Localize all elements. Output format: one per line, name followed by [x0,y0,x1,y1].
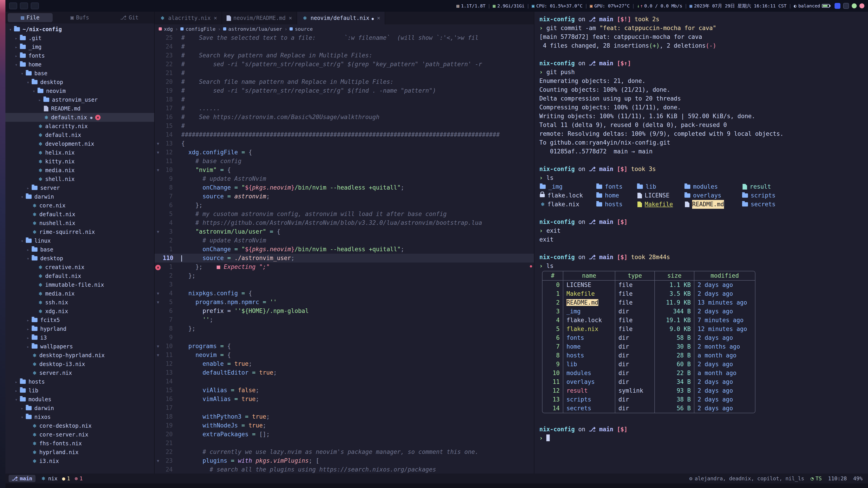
code-line[interactable]: 25# Save the selected text to a file: `:… [155,33,534,42]
chevron-down-icon[interactable] [13,62,20,67]
tree-item[interactable]: fcitx5 [5,316,154,324]
tree-item[interactable]: astronvim_user [5,95,154,104]
code-line[interactable]: 24# [155,42,534,51]
close-tab-button[interactable]: × [214,15,217,21]
editor-tab[interactable]: neovim/README.md× [222,12,297,24]
tree-item[interactable]: i3 [5,333,154,342]
tree-item[interactable]: ssh.nix [5,298,154,307]
chevron-down-icon[interactable] [19,194,25,199]
tree-item[interactable]: darwin [5,404,154,413]
chevron-right-icon[interactable] [25,335,31,340]
close-tab-button[interactable]: × [289,15,292,21]
code-line[interactable]: 16# See https://astronvim.com/Basic%20Us… [155,113,534,122]
diagnostic-hint-count[interactable]: 1 [62,476,70,482]
tree-item[interactable]: server [5,184,154,192]
code-line[interactable]: 19# sed -ri "s/pattern_str/replace_str/g… [155,86,534,95]
tree-item[interactable]: base [5,69,154,78]
tree-item[interactable]: linux [5,236,154,245]
chevron-right-icon[interactable] [25,344,31,349]
file-explorer-panel[interactable]: FileBufsGit ~/nix-config.git_imgfontshom… [5,12,155,474]
code-line[interactable]: 8 onChange = "${pkgs.neovim}/bin/nvim --… [155,183,534,192]
tree-item[interactable]: .git [5,34,154,42]
code-line[interactable]: 4 # https://github.com/AstroNvim/AstroNv… [155,219,534,227]
chevron-right-icon[interactable] [13,36,20,41]
fold-chevron-icon[interactable] [155,342,161,351]
tree-item[interactable]: alacritty.nix [5,122,154,131]
tree-item[interactable]: README.md [5,104,154,113]
code-line[interactable]: 6 }; [155,201,534,210]
chevron-right-icon[interactable] [25,326,31,331]
code-line[interactable]: 17 [155,403,534,412]
tree-item[interactable]: base [5,245,154,254]
tree-item[interactable]: immutable-file.nix [5,281,154,289]
code-line[interactable]: 19 withNodeJs = true; [155,421,534,430]
chevron-down-icon[interactable] [19,238,25,243]
code-line[interactable]: 8 }; [155,324,534,333]
tree-item[interactable]: default.nix [5,210,154,219]
fold-chevron-icon[interactable] [155,289,161,298]
chevron-right-icon[interactable] [19,406,25,411]
code-buffer[interactable]: 25# Save the selected text to a file: `:… [155,33,534,474]
code-line[interactable]: 13{ [155,139,534,148]
code-line[interactable]: 5 # my cusotom astronvim config, astronv… [155,210,534,219]
code-line[interactable]: 16 vimAlias = true; [155,395,534,403]
chevron-down-icon[interactable] [13,397,20,402]
terminal-panel[interactable]: nix-config on ⎇ main [$!] took 2s› git c… [534,12,868,474]
tree-item[interactable]: xdg.nix [5,307,154,316]
code-line[interactable]: 21# [155,69,534,77]
tree-item[interactable]: home [5,60,154,69]
fold-chevron-icon[interactable] [155,456,161,465]
code-line[interactable]: 18 withPython3 = true; [155,412,534,421]
input-method-tray-icon[interactable] [843,3,849,9]
explorer-tab-file[interactable]: File [8,13,53,22]
tray-icon-green[interactable] [852,3,857,8]
code-line[interactable]: 21 [155,439,534,448]
fold-chevron-icon[interactable] [155,227,161,236]
fold-chevron-icon[interactable] [155,139,161,148]
code-line[interactable]: 15# [155,122,534,130]
chevron-right-icon[interactable] [37,97,43,102]
code-line[interactable]: 23 plugins = with pkgs.vimPlugins; [ [155,456,534,465]
chevron-down-icon[interactable] [31,89,37,94]
code-line[interactable]: 10 programs = { [155,342,534,351]
code-line[interactable]: 22 # currently we use lazy.nvim as neovi… [155,448,534,456]
chevron-right-icon[interactable] [13,44,20,50]
chevron-right-icon[interactable] [13,53,20,58]
tree-item[interactable]: default.nix [5,113,154,122]
breadcrumb-item[interactable]: xdg [159,26,173,32]
tree-item[interactable]: rime-squirrel.nix [5,228,154,236]
code-line[interactable]: 12 xdg.configFile = { [155,148,534,157]
tree-item[interactable]: lib [5,386,154,395]
tree-item[interactable]: nixos [5,413,154,421]
tree-item[interactable]: core-desktop.nix [5,421,154,430]
fold-chevron-icon[interactable] [155,298,161,306]
tree-item[interactable]: i3.nix [5,457,154,465]
tree-item[interactable]: hyprland.nix [5,448,154,457]
tree-item[interactable]: fonts [5,51,154,60]
tree-item[interactable]: ~/nix-config [5,25,154,34]
tree-item[interactable]: modules [5,395,154,404]
bluetooth-tray-icon[interactable] [835,3,840,9]
code-line[interactable]: 22# sed -ri "s/pattern_str/replace_str/g… [155,60,534,69]
fold-chevron-icon[interactable] [155,351,161,359]
code-line[interactable]: 3 "astronvim/lua/user" = { [155,227,534,236]
breadcrumb-item[interactable]: astronvim/lua/user [223,26,282,32]
code-line[interactable]: 20 extraPackages = []; [155,430,534,439]
tree-item[interactable]: core-server.nix [5,430,154,439]
code-line[interactable]: 11 neovim = { [155,351,534,359]
tree-item[interactable]: _img [5,42,154,51]
tree-item[interactable]: desktop-i3.nix [5,360,154,368]
chevron-right-icon[interactable] [13,379,20,384]
code-line[interactable]: 13 defaultEditor = true; [155,368,534,377]
code-line[interactable]: 1 onChange = "${pkgs.neovim}/bin/nvim --… [155,245,534,254]
code-line[interactable]: 2 # update AstroNvim [155,236,534,245]
tree-item[interactable]: nushell.nix [5,219,154,228]
tree-item[interactable]: wallpapers [5,342,154,351]
code-line[interactable]: 6 prefix = ''${HOME}/.npm-global [155,306,534,315]
tree-item[interactable]: development.nix [5,139,154,148]
chevron-right-icon[interactable] [25,247,31,252]
breadcrumb-item[interactable]: source [289,26,313,32]
chevron-right-icon[interactable] [13,388,20,393]
code-line[interactable]: 3 [155,280,534,289]
chevron-down-icon[interactable] [7,27,13,32]
